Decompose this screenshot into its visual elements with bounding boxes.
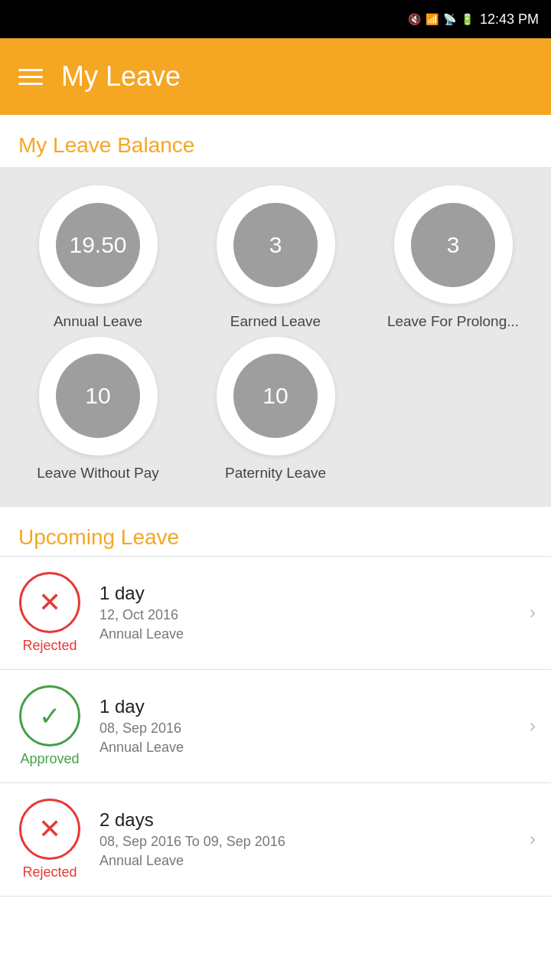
rejected-x-icon-3: ✕ [38,815,61,843]
leave-value-annual: 19.50 [69,232,126,258]
leave-value-earned: 3 [269,232,282,258]
leave-card-earned[interactable]: 3 Earned Leave [190,185,361,331]
status-badge-approved-2: ✓ Approved [15,685,84,767]
leave-label-annual: Annual Leave [54,313,142,331]
leave-label-prolong: Leave For Prolong... [387,313,519,331]
leave-card-annual[interactable]: 19.50 Annual Leave [12,185,184,331]
leave-balance-row-2: 10 Leave Without Pay 10 Paternity Leave [12,337,539,482]
leave-item-info-3: 2 days 08, Sep 2016 To 09, Sep 2016 Annu… [99,809,514,869]
leave-item-2[interactable]: ✓ Approved 1 day 08, Sep 2016 Annual Lea… [0,670,551,783]
leave-card-empty [367,337,539,482]
leave-circle-outer-prolong: 3 [394,185,513,304]
leave-days-2: 1 day [99,696,514,717]
status-time: 12:43 PM [480,11,539,28]
approved-label-2: Approved [20,751,79,767]
chevron-right-icon-3: › [530,828,536,850]
leave-balance-row-1: 19.50 Annual Leave 3 Earned Leave [12,185,539,331]
leave-item-info-2: 1 day 08, Sep 2016 Annual Leave [99,696,514,756]
leave-label-earned: Earned Leave [230,313,321,331]
leave-value-prolong: 3 [447,232,460,258]
leave-value-paternity: 10 [262,383,288,409]
leave-item-3[interactable]: ✕ Rejected 2 days 08, Sep 2016 To 09, Se… [0,783,551,897]
status-badge-rejected-1: ✕ Rejected [15,572,84,654]
leave-circle-outer-annual: 19.50 [39,185,158,304]
leave-circle-inner-earned: 3 [233,203,318,287]
leave-card-prolong[interactable]: 3 Leave For Prolong... [367,185,539,331]
leave-list: ✕ Rejected 1 day 12, Oct 2016 Annual Lea… [0,556,551,897]
leave-circle-inner-paternity: 10 [233,354,318,438]
leave-days-3: 2 days [99,809,514,831]
chevron-right-icon-1: › [530,602,536,623]
leave-circle-outer-earned: 3 [217,185,335,304]
leave-circle-outer-paternity: 10 [217,337,335,456]
leave-circle-inner-prolong: 3 [411,203,495,287]
leave-circle-inner-annual: 19.50 [56,203,140,287]
leave-type-2: Annual Leave [99,740,514,756]
rejected-label-1: Rejected [22,638,77,654]
leave-days-1: 1 day [99,583,514,604]
leave-date-2: 08, Sep 2016 [99,720,514,737]
leave-balance-grid-bg: 19.50 Annual Leave 3 Earned Leave [0,167,551,507]
leave-value-without-pay: 10 [85,383,110,409]
signal-icon: 📡 [443,13,456,25]
status-bar: 🔇 📶 📡 🔋 12:43 PM [0,0,551,38]
mute-icon: 🔇 [408,13,421,25]
leave-circle-inner-without-pay: 10 [56,354,140,438]
upcoming-leave-title: Upcoming Leave [0,510,551,556]
leave-balance-title: My Leave Balance [0,118,551,167]
wifi-icon: 📶 [425,13,439,25]
leave-balance-section: My Leave Balance 19.50 Annual Leave [0,115,551,507]
approved-check-icon-2: ✓ [39,703,60,729]
battery-icon: 🔋 [461,13,474,25]
leave-card-without-pay[interactable]: 10 Leave Without Pay [12,337,184,482]
leave-item-info-1: 1 day 12, Oct 2016 Annual Leave [99,583,514,642]
leave-date-1: 12, Oct 2016 [99,607,514,623]
upcoming-leave-section: Upcoming Leave ✕ Rejected 1 day 12, Oct … [0,507,551,897]
leave-circle-outer-without-pay: 10 [39,337,158,456]
app-title: My Leave [61,60,181,93]
chevron-right-icon-2: › [530,715,536,737]
leave-item-1[interactable]: ✕ Rejected 1 day 12, Oct 2016 Annual Lea… [0,557,551,670]
rejected-label-3: Rejected [22,864,77,880]
leave-label-paternity: Paternity Leave [225,465,326,482]
leave-card-paternity[interactable]: 10 Paternity Leave [190,337,361,482]
leave-date-3: 08, Sep 2016 To 09, Sep 2016 [99,834,514,850]
app-header: My Leave [0,38,551,115]
menu-button[interactable] [18,69,43,85]
rejected-circle-3: ✕ [19,799,80,860]
rejected-x-icon-1: ✕ [38,589,61,616]
main-content: My Leave Balance 19.50 Annual Leave [0,115,551,980]
approved-circle-2: ✓ [19,685,80,746]
leave-type-3: Annual Leave [99,853,514,869]
rejected-circle-1: ✕ [19,572,80,633]
status-icons: 🔇 📶 📡 🔋 [408,13,474,25]
status-badge-rejected-3: ✕ Rejected [15,799,84,880]
leave-type-1: Annual Leave [99,626,514,642]
leave-label-without-pay: Leave Without Pay [37,465,158,482]
